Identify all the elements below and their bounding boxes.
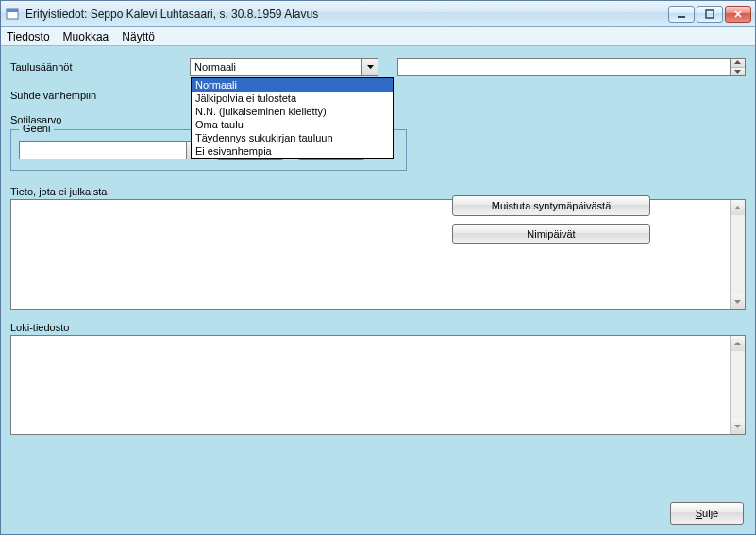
chevron-down-icon[interactable] <box>361 59 378 75</box>
label-suhde: Suhde vanhempiin <box>10 90 190 101</box>
dropdown-option[interactable]: Normaali <box>192 78 393 92</box>
window-frame: Erityistiedot: Seppo Kalevi Luhtasaari, … <box>0 0 756 535</box>
menu-edit[interactable]: Muokkaa <box>63 30 109 43</box>
svg-marker-13 <box>734 425 741 428</box>
svg-rect-1 <box>7 9 18 12</box>
maximize-button[interactable] <box>697 6 723 23</box>
label-loki: Loki-tiedosto <box>10 322 746 333</box>
title-bar: Erityistiedot: Seppo Kalevi Luhtasaari, … <box>1 1 755 27</box>
nimipaivat-button[interactable]: Nimipäivät <box>452 224 650 244</box>
scroll-down-icon[interactable] <box>730 419 745 434</box>
dropdown-option[interactable]: N.N. (julkaiseminen kielletty) <box>192 105 393 118</box>
svg-rect-2 <box>678 16 685 18</box>
loki-textarea[interactable] <box>11 336 730 434</box>
window-controls <box>668 6 751 23</box>
dropdown-option[interactable]: Oma taulu <box>192 118 393 131</box>
content-area: Taulusäännöt Normaali Normaali Jälkipolv… <box>1 46 755 534</box>
minimize-button[interactable] <box>668 6 695 23</box>
spin-down-icon[interactable] <box>731 68 745 76</box>
label-taulusaannot: Taulusäännöt <box>10 61 190 73</box>
loki-textarea-wrap <box>10 335 746 435</box>
dropdown-option[interactable]: Ei esivanhempia <box>192 144 393 158</box>
scrollbar-track <box>730 215 745 294</box>
right-text-field[interactable] <box>397 58 731 76</box>
geeni-combo[interactable] <box>19 141 203 159</box>
sulje-button[interactable]: Sulje <box>670 502 744 525</box>
scroll-up-icon[interactable] <box>730 336 745 351</box>
right-button-stack: Muistuta syntymäpäivästä Nimipäivät <box>452 195 650 244</box>
menu-view[interactable]: Näyttö <box>122 30 155 43</box>
svg-marker-8 <box>734 70 741 74</box>
menu-file[interactable]: Tiedosto <box>7 30 50 43</box>
dropdown-option[interactable]: Täydennys sukukirjan tauluun <box>192 131 393 144</box>
svg-marker-6 <box>367 65 374 69</box>
taulusaannot-combo[interactable]: Normaali Normaali Jälkipolvia ei tuloste… <box>190 58 378 76</box>
spin-up-icon[interactable] <box>731 59 745 68</box>
scroll-up-icon[interactable] <box>730 200 745 215</box>
dropdown-option[interactable]: Jälkipolvia ei tulosteta <box>192 92 393 105</box>
window-title: Erityistiedot: Seppo Kalevi Luhtasaari, … <box>25 8 668 21</box>
close-window-button[interactable] <box>725 6 751 23</box>
app-icon <box>5 7 20 22</box>
svg-marker-12 <box>734 342 741 345</box>
scroll-down-icon[interactable] <box>730 294 745 309</box>
svg-marker-10 <box>734 206 741 209</box>
taulusaannot-selected: Normaali <box>191 61 361 73</box>
menu-bar: Tiedosto Muokkaa Näyttö <box>1 27 755 46</box>
scrollbar-track <box>730 351 745 419</box>
spinner-controls <box>731 58 746 76</box>
geeni-legend: Geeni <box>19 123 54 134</box>
muistuta-button[interactable]: Muistuta syntymäpäivästä <box>452 195 650 216</box>
svg-rect-3 <box>706 10 714 18</box>
svg-marker-7 <box>734 60 741 64</box>
bottom-bar: Sulje <box>670 502 744 525</box>
svg-marker-11 <box>734 300 741 304</box>
taulusaannot-dropdown: Normaali Jälkipolvia ei tulosteta N.N. (… <box>191 77 394 159</box>
